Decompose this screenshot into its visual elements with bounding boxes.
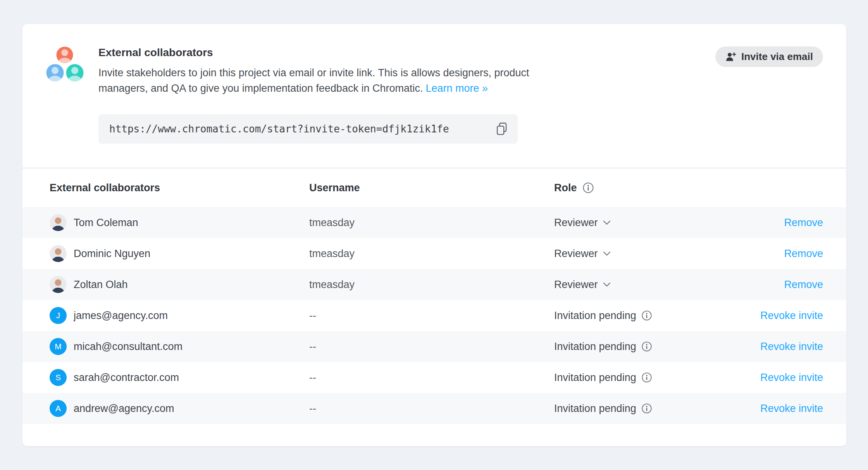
role-label: Invitation pending: [554, 341, 636, 353]
collaborator-name: Zoltan Olah: [74, 279, 128, 291]
column-header-role: Role: [554, 182, 823, 194]
info-icon[interactable]: [641, 310, 652, 321]
role-label: Invitation pending: [554, 310, 636, 322]
avatar-photo: [50, 214, 67, 231]
table-row: S sarah@contractor.com -- Invitation pen…: [22, 362, 846, 393]
column-header-collaborators: External collaborators: [50, 182, 309, 194]
invite-link-box: https://www.chromatic.com/start?invite-t…: [98, 114, 518, 144]
copy-link-button[interactable]: [494, 121, 509, 137]
action-cell: Revoke invite: [760, 372, 823, 384]
avatar-initial: J: [50, 307, 67, 324]
role-label: Invitation pending: [554, 403, 636, 415]
role-dropdown[interactable]: Reviewer: [554, 248, 784, 260]
collaborator-name: andrew@agency.com: [74, 403, 174, 415]
collaborator-cell: A andrew@agency.com: [50, 400, 309, 417]
invite-link-text: https://www.chromatic.com/start?invite-t…: [109, 123, 449, 135]
collaborator-cell: Tom Coleman: [50, 214, 309, 231]
role-dropdown[interactable]: Invitation pending: [554, 341, 760, 353]
invite-via-email-button[interactable]: Invite via email: [715, 46, 823, 67]
avatar-initial: A: [50, 400, 67, 417]
learn-more-link[interactable]: Learn more »: [425, 82, 488, 94]
collaborator-cell: J james@agency.com: [50, 307, 309, 324]
avatar-initial: M: [50, 338, 67, 355]
role-dropdown[interactable]: Reviewer: [554, 217, 784, 229]
collaborator-cell: Zoltan Olah: [50, 276, 309, 293]
description-line-2: managers, and QA to give you implementat…: [98, 81, 610, 96]
username-cell: tmeasday: [309, 248, 554, 260]
table-header: External collaborators Username Role: [22, 168, 846, 207]
action-cell: Remove: [784, 279, 823, 291]
role-dropdown[interactable]: Invitation pending: [554, 310, 760, 322]
role-dropdown[interactable]: Invitation pending: [554, 372, 760, 384]
action-cell: Revoke invite: [760, 341, 823, 353]
row-action-link[interactable]: Remove: [784, 279, 823, 290]
row-action-link[interactable]: Revoke invite: [760, 310, 823, 321]
header-text: External collaborators Invite stakeholde…: [98, 46, 610, 96]
role-dropdown[interactable]: Invitation pending: [554, 403, 760, 415]
table-row: Tom Coleman tmeasday Reviewer Remove: [22, 207, 846, 238]
username-cell: --: [309, 310, 554, 322]
invite-button-label: Invite via email: [741, 51, 813, 63]
external-collaborators-card: External collaborators Invite stakeholde…: [22, 24, 846, 446]
info-icon[interactable]: [582, 182, 594, 194]
collaborator-name: james@agency.com: [74, 310, 168, 322]
table-row: J james@agency.com -- Invitation pending…: [22, 300, 846, 331]
description: Invite stakeholders to join this project…: [98, 65, 610, 96]
row-action-link[interactable]: Revoke invite: [760, 372, 823, 383]
role-label: Invitation pending: [554, 372, 636, 384]
avatar-photo: [50, 245, 67, 262]
chevron-down-icon: [603, 282, 611, 287]
table-row: Zoltan Olah tmeasday Reviewer Remove: [22, 269, 846, 300]
username-cell: tmeasday: [309, 217, 554, 229]
collaborator-name: sarah@contractor.com: [74, 372, 179, 384]
page-title: External collaborators: [98, 46, 610, 59]
avatar-initial: S: [50, 369, 67, 386]
action-cell: Remove: [784, 248, 823, 260]
username-cell: --: [309, 341, 554, 353]
collaborator-name: micah@consultant.com: [74, 341, 183, 353]
info-icon[interactable]: [641, 372, 652, 383]
row-action-link[interactable]: Revoke invite: [760, 403, 823, 414]
collaborator-name: Tom Coleman: [74, 217, 138, 229]
info-icon[interactable]: [641, 403, 652, 414]
table-row: M micah@consultant.com -- Invitation pen…: [22, 331, 846, 362]
role-label: Reviewer: [554, 279, 598, 291]
row-action-link[interactable]: Revoke invite: [760, 341, 823, 352]
table-row: Dominic Nguyen tmeasday Reviewer Remove: [22, 238, 846, 269]
avatar-photo: [50, 276, 67, 293]
role-label: Reviewer: [554, 248, 598, 260]
action-cell: Revoke invite: [760, 310, 823, 322]
collaborator-cell: Dominic Nguyen: [50, 245, 309, 262]
role-dropdown[interactable]: Reviewer: [554, 279, 784, 291]
role-label: Reviewer: [554, 217, 598, 229]
info-icon[interactable]: [641, 341, 652, 352]
description-line-1: Invite stakeholders to join this project…: [98, 65, 610, 81]
table-body: Tom Coleman tmeasday Reviewer Remove: [22, 207, 846, 424]
chevron-down-icon: [603, 251, 611, 256]
row-action-link[interactable]: Remove: [784, 217, 823, 228]
table-row: A andrew@agency.com -- Invitation pendin…: [22, 393, 846, 424]
row-action-link[interactable]: Remove: [784, 248, 823, 259]
chevron-down-icon: [603, 220, 611, 225]
username-cell: --: [309, 403, 554, 415]
action-cell: Remove: [784, 217, 823, 229]
person-plus-icon: [725, 51, 736, 62]
collaborators-table: External collaborators Username Role: [22, 168, 846, 424]
action-cell: Revoke invite: [760, 403, 823, 415]
username-cell: tmeasday: [309, 279, 554, 291]
collaborator-cell: S sarah@contractor.com: [50, 369, 309, 386]
collaborator-name: Dominic Nguyen: [74, 248, 150, 260]
column-header-username: Username: [309, 182, 554, 194]
username-cell: --: [309, 372, 554, 384]
collaborator-cell: M micah@consultant.com: [50, 338, 309, 355]
copy-icon: [496, 122, 508, 136]
